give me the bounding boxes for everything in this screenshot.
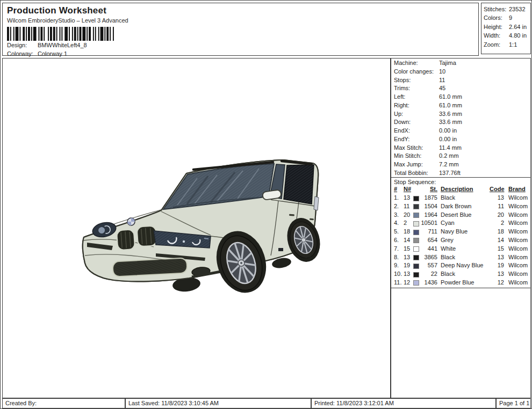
row-needle: 2 [404,220,412,226]
stop-sequence-rows: 1. 13 1875 Black 13 Wilcom 2. 11 1504 Da… [391,194,530,288]
row-code: 13 [490,194,504,201]
stop-sequence-row: 6. 14 654 Grey 14 Wilcom [391,237,530,245]
row-description: Black [441,194,489,201]
row-needle: 15 [404,245,412,252]
machine-info-label: Down: [394,119,411,125]
col-header-code: Code [490,186,504,192]
row-code: 14 [490,237,504,243]
row-stitches: 22 [420,271,437,277]
stop-sequence-row: 9. 19 557 Deep Navy Blue 19 Wilcom [391,262,530,271]
row-needle: 13 [404,254,412,260]
machine-info-value: 45 [439,85,445,91]
row-brand: Wilcom [508,211,531,218]
stat-value: 1:1 [509,41,517,48]
col-header-description: Description [441,186,489,192]
machine-info-label: EndX: [394,127,410,134]
stop-sequence-row: 11. 12 1436 Powder Blue 12 Wilcom [391,279,530,288]
footer-page-number: Page 1 of 1 [496,398,531,408]
row-code: 15 [490,245,504,252]
row-num: 9. [394,262,404,268]
row-description: Navy Blue [441,228,489,235]
machine-info-label: Stops: [394,77,411,83]
stat-row: Zoom: 1:1 [481,41,530,50]
thread-color-swatch [413,272,419,277]
row-code: 19 [490,262,504,268]
machine-info-value: 61.0 mm [439,102,462,108]
stat-label: Zoom: [484,41,500,48]
machine-info-label: Up: [394,111,403,117]
col-header-stitches: St. [420,186,437,192]
row-num: 4. [394,220,404,226]
row-description: Grey [441,237,489,243]
row-needle: 13 [404,271,412,277]
row-num: 10. [394,271,404,277]
thread-color-swatch [413,221,419,227]
machine-info-value: 11 [439,77,445,83]
machine-info-value: 0.2 mm [439,152,459,159]
machine-info-row: Max Jump: 7.2 mm [391,161,530,170]
row-stitches: 1875 [420,194,437,201]
stats-box: Stitches: 23532 Colors: 9 Height: 2.64 i… [481,3,531,54]
stat-label: Colors: [484,14,502,21]
m-badge [278,248,283,251]
row-num: 8. [394,254,404,260]
machine-info-label: EndY: [394,136,409,142]
stop-sequence-title: Stop Sequence: [391,177,530,186]
row-needle: 12 [404,279,412,286]
machine-info-label: Total Bobbin: [394,170,428,176]
row-stitches: 1964 [420,211,437,218]
machine-info-label: Max Jump: [394,161,423,167]
stat-label: Height: [484,24,502,30]
machine-info-panel: Machine: Tajima Color changes: 10 Stops:… [391,58,531,398]
col-header-brand: Brand [508,186,531,192]
row-code: 2 [490,220,504,226]
row-needle: 14 [404,237,412,243]
design-label: Design: [7,42,27,48]
stop-sequence-header: # N# St. Description Code Brand [391,186,530,194]
row-description: Black [441,254,489,260]
row-brand: Wilcom [508,228,531,235]
row-code: 12 [490,279,504,286]
design-preview-area [2,58,391,398]
row-code: 13 [490,254,504,260]
production-worksheet-page: Production Worksheet Wilcom EmbroiderySt… [0,0,532,409]
machine-info-row: Up: 33.6 mm [391,111,530,119]
row-brand: Wilcom [508,237,531,243]
stats-list: Stitches: 23532 Colors: 9 Height: 2.64 i… [481,6,530,50]
stat-row: Stitches: 23532 [481,6,530,14]
machine-info-label: Trims: [394,85,410,91]
machine-info-list: Machine: Tajima Color changes: 10 Stops:… [391,60,530,178]
machine-info-value: 7.2 mm [439,161,459,167]
row-needle: 19 [404,262,412,268]
machine-info-row: Max Stitch: 11.4 mm [391,144,530,153]
thread-color-swatch [413,280,419,286]
thread-color-swatch [413,264,419,269]
row-brand: Wilcom [508,271,531,277]
bmw-roundel-icon [127,218,135,225]
design-preview-car [82,150,322,296]
row-code: 18 [490,228,504,235]
row-num: 7. [394,245,404,252]
thread-color-swatch [413,196,419,201]
row-code: 20 [490,211,504,218]
stat-value: 2.64 in [509,24,527,30]
row-stitches: 1504 [420,203,437,209]
software-subtitle: Wilcom EmbroideryStudio – Level 3 Advanc… [7,17,128,24]
row-brand: Wilcom [508,245,531,252]
thread-color-swatch [413,230,419,235]
row-needle: 13 [404,194,412,201]
row-description: Black [441,271,489,277]
row-num: 11. [394,279,404,286]
machine-info-value: 10 [439,68,445,75]
machine-info-label: Right: [394,102,409,108]
thread-color-swatch [413,255,419,260]
row-code: 13 [490,271,504,277]
stop-sequence-row: 8. 13 3865 Black 13 Wilcom [391,254,530,262]
row-needle: 11 [404,203,412,209]
machine-info-value: 137.76ft [439,170,461,176]
row-num: 5. [394,228,404,235]
row-description: White [441,245,489,252]
row-brand: Wilcom [508,203,531,209]
machine-info-value: 11.4 mm [439,144,462,151]
thread-color-swatch [413,238,419,243]
